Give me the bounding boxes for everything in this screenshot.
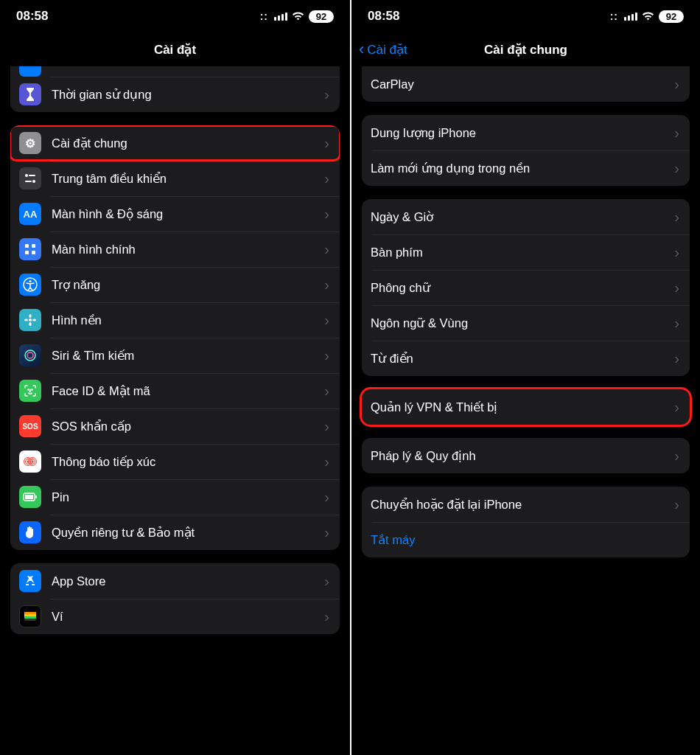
page-title: Cài đặt: [154, 42, 196, 58]
row-carplay[interactable]: CarPlay ›: [362, 66, 690, 102]
chevron-right-icon: ›: [324, 609, 329, 624]
chevron-right-icon: ›: [674, 77, 679, 91]
nav-bar: ‹ Cài đặt Cài đặt chung: [351, 32, 700, 66]
chevron-right-icon: ›: [674, 497, 679, 512]
gear-icon: ⚙: [19, 132, 41, 154]
accessibility-icon: [19, 274, 41, 296]
svg-rect-30: [24, 614, 36, 616]
settings-group-main: ⚙ Cài đặt chung › Trung tâm điều khiển ›…: [10, 125, 340, 550]
chevron-right-icon: ›: [324, 206, 329, 221]
chevron-right-icon: ›: [674, 280, 679, 295]
battery-indicator: 92: [659, 10, 684, 23]
group-legal: Pháp lý & Quy định ›: [362, 438, 690, 473]
chevron-right-icon: ›: [324, 136, 329, 150]
row-label: Phông chữ: [371, 281, 664, 295]
appstore-icon: [19, 570, 41, 592]
row-vpn-device[interactable]: Quản lý VPN & Thiết bị ›: [362, 389, 690, 425]
row-label: Ngày & Giờ: [371, 210, 664, 224]
screenshot-right: 08:58 :: 92 ‹ Cài đặt Cài đặt chung CarP…: [350, 0, 700, 755]
chevron-right-icon: ›: [324, 171, 329, 186]
row-privacy[interactable]: Quyền riêng tư & Bảo mật ›: [10, 515, 340, 550]
hand-icon: [19, 521, 41, 543]
row-keyboard[interactable]: Bàn phím ›: [362, 234, 690, 270]
chevron-right-icon: ›: [674, 400, 679, 414]
row-label: CarPlay: [371, 77, 664, 91]
general-list[interactable]: CarPlay › Dung lượng iPhone › Làm mới ứn…: [351, 66, 700, 755]
row-shutdown[interactable]: Tắt máy: [362, 522, 690, 557]
row-dictionary[interactable]: Từ điển ›: [362, 341, 690, 376]
toggles-icon: [19, 167, 41, 189]
row-label: Trung tâm điều khiển: [52, 172, 314, 186]
row-general[interactable]: ⚙ Cài đặt chung ›: [10, 125, 340, 161]
row-date-time[interactable]: Ngày & Giờ ›: [362, 199, 690, 234]
battery-level: 92: [666, 11, 676, 22]
row-faceid[interactable]: Face ID & Mật mã ›: [10, 373, 340, 408]
row-label: App Store: [52, 574, 314, 588]
svg-point-16: [27, 352, 33, 358]
row-legal[interactable]: Pháp lý & Quy định ›: [362, 438, 690, 473]
row-screentime[interactable]: Thời gian sử dụng ›: [10, 77, 340, 112]
row-app-store[interactable]: App Store ›: [10, 563, 340, 599]
wifi-icon: [292, 12, 304, 21]
row-home-screen[interactable]: Màn hình chính ›: [10, 232, 340, 267]
row-iphone-storage[interactable]: Dung lượng iPhone ›: [362, 115, 690, 150]
row-partial[interactable]: [10, 66, 340, 77]
cellular-signal-icon: [624, 13, 637, 21]
row-label: Thông báo tiếp xúc: [52, 455, 314, 469]
row-wallet[interactable]: Ví ›: [10, 599, 340, 634]
row-battery[interactable]: Pin ›: [10, 479, 340, 515]
chevron-right-icon: ›: [324, 348, 329, 363]
row-label: Siri & Tìm kiếm: [52, 349, 314, 363]
siri-icon: [19, 344, 41, 366]
row-sos[interactable]: SOS SOS khẩn cấp ›: [10, 408, 340, 444]
chevron-right-icon: ›: [674, 316, 679, 330]
svg-rect-1: [29, 175, 35, 176]
settings-list[interactable]: Thời gian sử dụng › ⚙ Cài đặt chung › Tr…: [0, 66, 350, 755]
row-label: SOS khẩn cấp: [52, 420, 314, 434]
screenshot-left: 08:58 :: 92 Cài đặt Thời gian sử dụng ›: [0, 0, 350, 755]
row-label: Ví: [52, 610, 314, 624]
row-transfer-reset[interactable]: Chuyển hoặc đặt lại iPhone ›: [362, 487, 690, 522]
faceid-icon: [19, 380, 41, 402]
back-button[interactable]: ‹ Cài đặt: [359, 32, 407, 66]
svg-point-11: [29, 314, 31, 318]
battery-level: 92: [316, 11, 326, 22]
chevron-right-icon: ›: [324, 574, 329, 588]
chevron-right-icon: ›: [674, 125, 679, 140]
svg-point-18: [32, 389, 32, 390]
row-wallpaper[interactable]: Hình nền ›: [10, 302, 340, 338]
row-exposure[interactable]: Thông báo tiếp xúc ›: [10, 444, 340, 479]
svg-rect-5: [32, 244, 35, 248]
status-time: 08:58: [16, 9, 260, 24]
svg-rect-29: [24, 612, 36, 614]
row-siri[interactable]: Siri & Tìm kiếm ›: [10, 338, 340, 373]
row-label: Màn hình chính: [52, 243, 314, 257]
group-storage: Dung lượng iPhone › Làm mới ứng dụng tro…: [362, 115, 690, 186]
chevron-right-icon: ›: [674, 351, 679, 366]
row-display[interactable]: AA Màn hình & Độ sáng ›: [10, 196, 340, 232]
row-fonts[interactable]: Phông chữ ›: [362, 270, 690, 305]
group-reset: Chuyển hoặc đặt lại iPhone › Tắt máy: [362, 487, 690, 557]
chevron-right-icon: ›: [674, 448, 679, 463]
status-bar: 08:58 :: 92: [0, 0, 350, 32]
svg-point-10: [29, 319, 32, 321]
chevron-right-icon: ›: [324, 525, 329, 540]
row-accessibility[interactable]: Trợ năng ›: [10, 267, 340, 302]
row-label: Bàn phím: [371, 246, 664, 260]
nav-bar: Cài đặt: [0, 32, 350, 66]
chevron-right-icon: ›: [324, 419, 329, 434]
row-label: Trợ năng: [52, 278, 314, 292]
sos-icon: SOS: [19, 415, 41, 437]
partial-icon: [19, 66, 41, 77]
chevron-right-icon: ›: [324, 383, 329, 398]
settings-group-partial: Thời gian sử dụng ›: [10, 66, 340, 112]
row-label: Quản lý VPN & Thiết bị: [371, 400, 664, 414]
svg-point-9: [29, 280, 31, 282]
row-control-center[interactable]: Trung tâm điều khiển ›: [10, 161, 340, 196]
grid-icon: [19, 238, 41, 260]
row-background-refresh[interactable]: Làm mới ứng dụng trong nền ›: [362, 150, 690, 186]
row-label: Hình nền: [52, 313, 314, 327]
row-language-region[interactable]: Ngôn ngữ & Vùng ›: [362, 305, 690, 341]
svg-point-17: [28, 389, 29, 390]
row-label: Pin: [52, 490, 314, 504]
